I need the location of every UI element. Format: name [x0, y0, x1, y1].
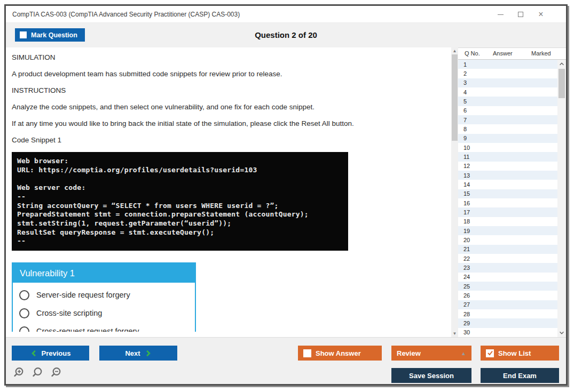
question-list-row[interactable]: 25: [458, 282, 557, 291]
question-list-row[interactable]: 13: [458, 171, 557, 180]
code-line: --: [17, 237, 343, 246]
question-list-row[interactable]: 28: [458, 309, 557, 318]
question-list: 1 2 3 4 5: [458, 60, 557, 337]
show-answer-label: Show Answer: [316, 349, 361, 357]
vulnerability-option-label: Cross-site scripting: [36, 309, 102, 317]
question-text-block: SIMULATIONA product development team has…: [12, 54, 450, 153]
question-counter: Question 2 of 20: [6, 23, 566, 47]
question-list-row[interactable]: 5: [458, 97, 557, 106]
next-label: Next: [125, 349, 140, 357]
question-list-row[interactable]: 22: [458, 254, 557, 263]
checkbox-icon: [20, 31, 27, 38]
chevron-up-icon[interactable]: [557, 60, 566, 68]
close-button[interactable]: ×: [531, 6, 551, 23]
question-list-row[interactable]: 9: [458, 134, 557, 143]
question-number: 6: [463, 107, 467, 114]
vulnerability-options: Server-side request forgery Cross-site s…: [13, 283, 195, 332]
column-qno: Q No.: [465, 50, 480, 57]
show-answer-button[interactable]: Show Answer: [298, 346, 382, 361]
question-paragraph: If at any time you would like to bring b…: [12, 120, 450, 127]
code-line: PreparedStatement stmt = connection.prep…: [17, 210, 343, 219]
content-scrollbar[interactable]: ▲ ▼: [451, 47, 458, 337]
previous-button[interactable]: Previous: [12, 346, 89, 361]
zoom-toolbar: [13, 366, 64, 379]
chevron-right-icon: [145, 349, 152, 357]
question-list-row[interactable]: 4: [458, 87, 557, 97]
chevron-left-icon: [30, 349, 37, 357]
question-list-scrollbar-thumb[interactable]: [559, 69, 565, 98]
previous-label: Previous: [42, 349, 71, 357]
vulnerability-option[interactable]: Cross-request request forgery: [13, 322, 195, 332]
question-list-row[interactable]: 18: [458, 217, 557, 226]
review-button[interactable]: Review ▲: [391, 346, 471, 361]
show-list-button[interactable]: Show List: [481, 346, 559, 361]
question-list-row[interactable]: 15: [458, 189, 557, 198]
next-button[interactable]: Next: [99, 346, 177, 361]
code-line: String accountQuery = “SELECT * from use…: [17, 202, 343, 211]
save-session-label: Save Session: [409, 372, 454, 380]
code-line: ResultSet queryResponse = stmt.executeQu…: [17, 228, 343, 237]
content-scrollbar-thumb[interactable]: [452, 54, 458, 141]
vulnerability-option-label: Cross-request request forgery: [36, 327, 139, 332]
question-list-row[interactable]: 23: [458, 263, 557, 272]
zoom-reset-icon[interactable]: [32, 366, 45, 379]
question-list-row[interactable]: 27: [458, 300, 557, 309]
question-list-row[interactable]: 6: [458, 106, 557, 115]
question-list-row[interactable]: 8: [458, 124, 557, 133]
end-exam-button[interactable]: End Exam: [481, 368, 559, 383]
question-list-row[interactable]: 11: [458, 152, 557, 161]
question-list-row[interactable]: 12: [458, 162, 557, 171]
question-list-row[interactable]: 2: [458, 69, 557, 78]
question-paragraph: A product development team has submitted…: [12, 70, 450, 78]
question-number: 19: [463, 228, 470, 234]
mark-question-button[interactable]: Mark Question: [15, 28, 85, 42]
caret-up-icon: ▲: [461, 350, 466, 356]
question-number: 4: [463, 89, 467, 95]
question-list-row[interactable]: 26: [458, 291, 557, 300]
question-number: 21: [463, 246, 470, 252]
vulnerability-option[interactable]: Server-side request forgery: [13, 286, 195, 304]
window-title: CompTIA CAS-003 (CompTIA Advanced Securi…: [12, 6, 240, 23]
column-marked: Marked: [531, 50, 551, 57]
question-list-row[interactable]: 3: [458, 78, 557, 87]
question-list-row[interactable]: 19: [458, 226, 557, 235]
question-number: 9: [463, 135, 467, 141]
question-list-row[interactable]: 20: [458, 235, 557, 244]
maximize-button[interactable]: [510, 6, 531, 23]
vulnerability-option[interactable]: Cross-site scripting: [13, 304, 195, 322]
question-number: 27: [463, 301, 470, 308]
question-list-row[interactable]: 17: [458, 207, 557, 217]
minimize-button[interactable]: [490, 6, 510, 23]
code-line: [17, 174, 343, 183]
question-list-row[interactable]: 21: [458, 245, 557, 254]
vulnerability-option-label: Server-side request forgery: [36, 291, 130, 299]
scroll-up-icon[interactable]: ▲: [451, 47, 458, 54]
question-list-scrollbar[interactable]: [557, 60, 566, 337]
save-session-button[interactable]: Save Session: [391, 368, 471, 383]
question-number: 17: [463, 209, 470, 215]
zoom-in-icon[interactable]: [13, 366, 26, 379]
code-line: URL: https://comptia.org/profiles/userde…: [17, 166, 343, 175]
scroll-down-icon[interactable]: ▼: [451, 330, 458, 337]
question-list-row[interactable]: 24: [458, 273, 557, 282]
question-paragraph: SIMULATION: [12, 54, 450, 61]
question-number: 22: [463, 255, 470, 262]
title-bar: CompTIA CAS-003 (CompTIA Advanced Securi…: [6, 6, 566, 23]
question-list-row[interactable]: 29: [458, 318, 557, 327]
checkbox-icon: [303, 349, 311, 357]
question-list-row[interactable]: 10: [458, 143, 557, 152]
question-number: 12: [463, 163, 470, 169]
question-number: 20: [463, 237, 470, 243]
question-list-row[interactable]: 16: [458, 198, 557, 207]
chevron-down-icon[interactable]: [557, 329, 566, 337]
question-number: 15: [463, 190, 470, 197]
question-paragraph: Code Snippet 1: [12, 137, 450, 144]
question-list-header: Q No. Answer Marked: [458, 47, 566, 60]
question-list-row[interactable]: 14: [458, 180, 557, 189]
zoom-out-icon[interactable]: [51, 366, 64, 379]
question-number: 28: [463, 311, 470, 317]
question-list-row[interactable]: 7: [458, 115, 557, 124]
question-list-row[interactable]: 1: [458, 60, 557, 69]
question-list-panel: Q No. Answer Marked 1 2 3: [458, 47, 566, 337]
question-list-row[interactable]: 30: [458, 328, 557, 337]
